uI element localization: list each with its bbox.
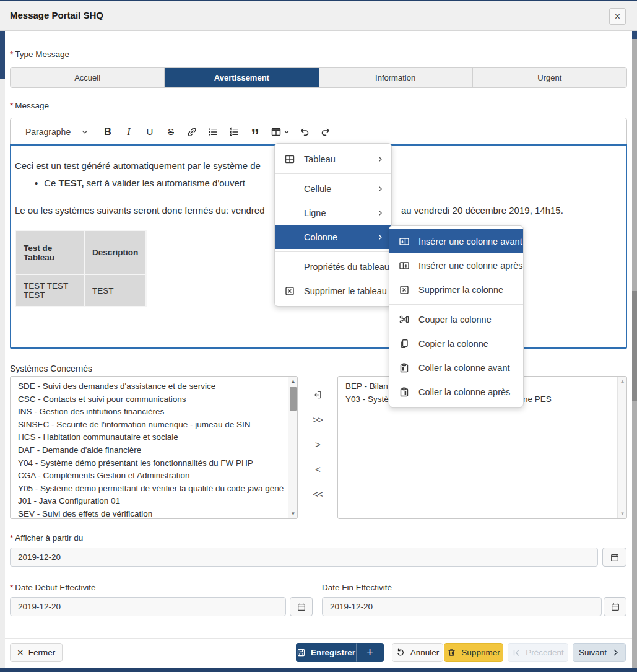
tab-accueil[interactable]: Accueil: [11, 68, 165, 87]
paragraph-style-dropdown[interactable]: Paragraphe: [17, 127, 97, 137]
precedent-button[interactable]: Précédent: [508, 643, 568, 662]
submenu-item-couper-colonne[interactable]: Couper la colonne: [389, 307, 523, 331]
page-scrollbar-thumb[interactable]: [632, 291, 637, 401]
menu-item-cellule[interactable]: Cellule: [275, 177, 391, 201]
delete-column-icon: [398, 284, 410, 295]
afficher-date-input[interactable]: 2019-12-20: [10, 548, 598, 567]
chevron-right-icon: [376, 233, 384, 241]
table-header-cell: Description: [84, 230, 146, 274]
copy-icon: [398, 338, 410, 349]
submenu-item-inserer-colonne-apres[interactable]: Insérer une colonne après: [389, 253, 523, 277]
list-item[interactable]: Y05 - Système démo permettant de vérifie…: [18, 482, 288, 495]
available-systems-list[interactable]: SDE - Suivi des demandes d'assistance et…: [10, 376, 298, 519]
scroll-up-icon[interactable]: ▲: [618, 377, 627, 386]
menu-item-supprimer-tableau[interactable]: Supprimer le tableau: [275, 279, 391, 303]
list-scrollbar[interactable]: ▲ ▼: [288, 377, 297, 518]
date-fin-label: Date Fin Effectivité: [322, 583, 392, 592]
paste-after-icon: [398, 386, 410, 398]
type-message-tabs: Accueil Avertissement Information Urgent: [10, 67, 627, 88]
list-item[interactable]: CSC - Contacts et suivi pour communicati…: [18, 393, 288, 406]
scroll-down-icon[interactable]: ▼: [288, 509, 298, 518]
table-cell: TEST: [84, 274, 146, 307]
menu-item-ligne[interactable]: Ligne: [275, 201, 391, 225]
menu-item-tableau[interactable]: Tableau: [275, 147, 391, 171]
list-item[interactable]: SDE - Suivi des demandes d'assistance et…: [18, 380, 288, 393]
submenu-item-coller-colonne-apres[interactable]: Coller la colonne après: [389, 380, 523, 404]
date-debut-input[interactable]: 2019-12-20: [10, 597, 286, 616]
list-item[interactable]: SINSEC - Securite de l'information numer…: [18, 419, 288, 432]
list-item[interactable]: Y04 - Système démo présentant les foncti…: [18, 457, 288, 470]
list-scrollbar[interactable]: ▲ ▼: [617, 377, 626, 518]
annuler-button[interactable]: Annuler: [392, 643, 443, 662]
scroll-up-icon[interactable]: ▲: [288, 377, 298, 386]
reset-selection-icon[interactable]: [307, 385, 328, 404]
menu-divider: [275, 173, 391, 174]
bold-button[interactable]: B: [97, 122, 118, 142]
move-left-button[interactable]: <: [307, 460, 328, 478]
close-icon[interactable]: ×: [609, 8, 626, 25]
enregistrer-button[interactable]: Enregistrer: [296, 643, 356, 662]
table-icon: [284, 154, 296, 165]
numbered-list-icon[interactable]: [223, 122, 245, 142]
submenu-item-copier-colonne[interactable]: Copier la colonne: [389, 331, 523, 356]
editor-content-table[interactable]: Test de Tableau Description TEST TEST TE…: [15, 230, 147, 307]
date-fin-input[interactable]: 2019-12-20: [322, 597, 602, 616]
calendar-icon[interactable]: [604, 597, 626, 616]
redo-icon[interactable]: [315, 122, 336, 142]
insert-column-after-icon: [398, 260, 410, 271]
tab-information[interactable]: Information: [319, 68, 473, 87]
enregistrer-plus-button[interactable]: +: [356, 643, 384, 662]
editor-paragraph-3-left: Le ou les systèmes suivants seront donc …: [15, 205, 265, 216]
move-all-left-button[interactable]: <<: [307, 484, 328, 503]
undo-icon[interactable]: [294, 122, 315, 142]
backdrop-bottom-bar: [0, 668, 637, 672]
italic-button[interactable]: I: [118, 122, 139, 142]
type-message-label: *Type Message: [10, 50, 69, 59]
message-portail-modal: Message Portail SHQ × *Type Message Accu…: [0, 0, 637, 672]
scroll-down-icon[interactable]: ▼: [618, 509, 627, 518]
move-right-button[interactable]: >: [307, 435, 328, 453]
trash-icon: [447, 648, 456, 657]
menu-divider: [389, 304, 523, 305]
tab-avertissement[interactable]: Avertissement: [165, 68, 318, 87]
underline-button[interactable]: U: [139, 122, 160, 142]
supprimer-button[interactable]: Supprimer: [444, 643, 503, 662]
editor-toolbar: Paragraphe B I U S ”: [10, 118, 627, 146]
list-item[interactable]: SEV - Suivi des effets de vérification: [18, 508, 288, 518]
suivant-button[interactable]: Suivant: [573, 643, 626, 662]
list-item[interactable]: INS - Gestion des intitutions financière…: [18, 406, 288, 419]
link-icon[interactable]: [181, 122, 202, 142]
fermer-button[interactable]: × Fermer: [10, 643, 63, 662]
paste-before-icon: [398, 362, 410, 373]
menu-item-colonne[interactable]: Colonne: [275, 225, 391, 249]
bullet-list-icon[interactable]: [202, 122, 223, 142]
list-item[interactable]: CGA - Compléments Gestion et Administrat…: [18, 469, 288, 482]
save-icon: [297, 648, 306, 657]
column-submenu: Insérer une colonne avant Insérer une co…: [389, 225, 524, 408]
calendar-icon[interactable]: [602, 548, 626, 567]
modal-header: Message Portail SHQ ×: [0, 1, 637, 31]
list-item[interactable]: J01 - Java Configuration 01: [18, 495, 288, 508]
table-dropdown-menu: Tableau Cellule Ligne Colonne Propriétés…: [274, 143, 392, 307]
submenu-item-supprimer-colonne[interactable]: Supprimer la colonne: [389, 277, 523, 302]
chevron-right-icon: [376, 155, 384, 163]
calendar-icon[interactable]: [290, 597, 313, 616]
editor-bullet-item: •Ce TEST, sert à valider les automatisme…: [35, 178, 245, 188]
move-all-right-button[interactable]: >>: [307, 410, 328, 429]
chevron-right-icon: [612, 648, 620, 657]
list-item[interactable]: DAF - Demande d'aide financière: [18, 444, 288, 457]
systemes-concernes-label: Systèmes Concernés: [10, 364, 92, 373]
tab-urgent[interactable]: Urgent: [473, 68, 626, 87]
strikethrough-button[interactable]: S: [160, 122, 181, 142]
submenu-item-inserer-colonne-avant[interactable]: Insérer une colonne avant: [389, 229, 523, 253]
scrollbar-thumb[interactable]: [290, 387, 297, 411]
list-item[interactable]: HCS - Habitation communautaire et social…: [18, 431, 288, 444]
submenu-item-coller-colonne-avant[interactable]: Coller la colonne avant: [389, 356, 523, 380]
menu-item-proprietes-tableau[interactable]: Propriétés du tableau: [275, 255, 391, 279]
undo-icon: [396, 648, 405, 657]
modal-title: Message Portail SHQ: [10, 10, 103, 20]
blockquote-icon[interactable]: ”: [245, 122, 266, 142]
backdrop-navbar-left: [0, 31, 5, 79]
cut-icon: [398, 314, 410, 325]
table-menu-button[interactable]: [266, 122, 294, 142]
